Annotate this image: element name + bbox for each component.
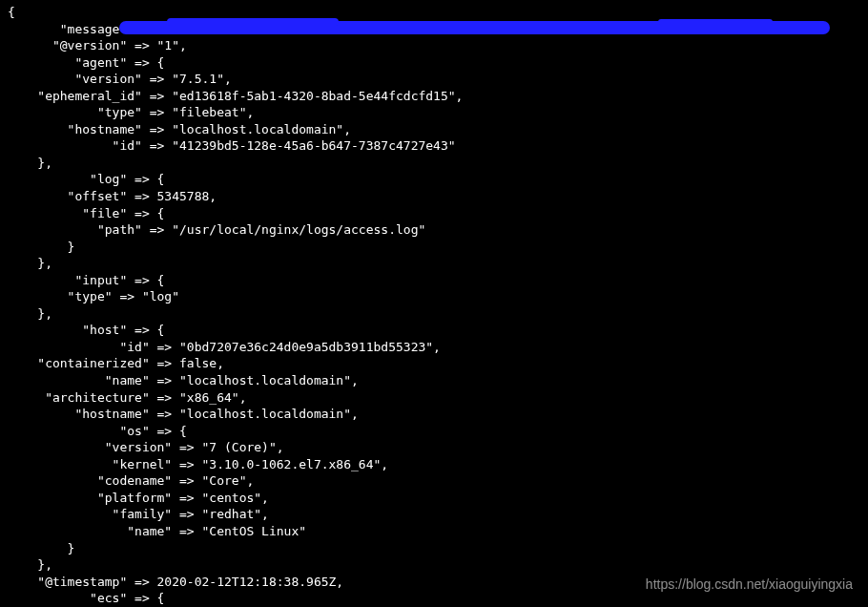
brace-close-log: }, xyxy=(0,256,52,270)
field-os-codename: "codename" => "Core", xyxy=(0,473,254,488)
field-os-name: "name" => "CentOS Linux" xyxy=(0,524,306,538)
field-ecs-open: "ecs" => { xyxy=(0,591,164,605)
field-host-id: "id" => "0bd7207e36c24d0e9a5db3911bd5532… xyxy=(0,340,441,354)
brace-close-os: } xyxy=(0,541,74,555)
field-log-file-open: "file" => { xyxy=(0,206,164,220)
field-host-hostname: "hostname" => "localhost.localdomain", xyxy=(0,407,359,421)
field-os-platform: "platform" => "centos", xyxy=(0,491,269,505)
watermark-text: https://blog.csdn.net/xiaoguiyingxia xyxy=(646,576,853,594)
redaction-overlay xyxy=(119,21,830,34)
field-log-file-path: "path" => "/usr/local/nginx/logs/access.… xyxy=(0,222,425,237)
field-os-family: "family" => "redhat", xyxy=(0,507,269,521)
field-timestamp: "@timestamp" => 2020-02-12T12:18:38.965Z… xyxy=(0,575,343,589)
field-version: "@version" => "1", xyxy=(0,38,187,52)
field-agent-type: "type" => "filebeat", xyxy=(0,105,254,119)
field-input-open: "input" => { xyxy=(0,273,164,287)
field-os-version: "version" => "7 (Core)", xyxy=(0,440,284,454)
field-host-open: "host" => { xyxy=(0,323,164,337)
field-agent-ephemeral: "ephemeral_id" => "ed13618f-5ab1-4320-8b… xyxy=(0,89,463,103)
field-host-arch: "architecture" => "x86_64", xyxy=(0,390,246,405)
field-log-open: "log" => { xyxy=(0,172,164,186)
brace-close-host: }, xyxy=(0,557,52,572)
field-host-os-open: "os" => { xyxy=(0,424,187,438)
field-host-containerized: "containerized" => false, xyxy=(0,356,224,370)
field-agent-id: "id" => "41239bd5-128e-45a6-b647-7387c47… xyxy=(0,138,456,153)
brace-open: { xyxy=(0,5,15,19)
field-host-name: "name" => "localhost.localdomain", xyxy=(0,373,359,387)
brace-close-input: }, xyxy=(0,306,52,321)
terminal-output: { "message" => " "@version" => "1", "age… xyxy=(0,4,868,607)
brace-close-file: } xyxy=(0,240,74,254)
field-os-kernel: "kernel" => "3.10.0-1062.el7.x86_64", xyxy=(0,457,388,471)
brace-close-agent: }, xyxy=(0,156,52,170)
field-agent-version: "version" => "7.5.1", xyxy=(0,72,232,86)
field-log-offset: "offset" => 5345788, xyxy=(0,189,217,203)
field-agent-open: "agent" => { xyxy=(0,55,164,70)
field-input-type: "type" => "log" xyxy=(0,289,179,304)
field-agent-hostname: "hostname" => "localhost.localdomain", xyxy=(0,122,351,136)
